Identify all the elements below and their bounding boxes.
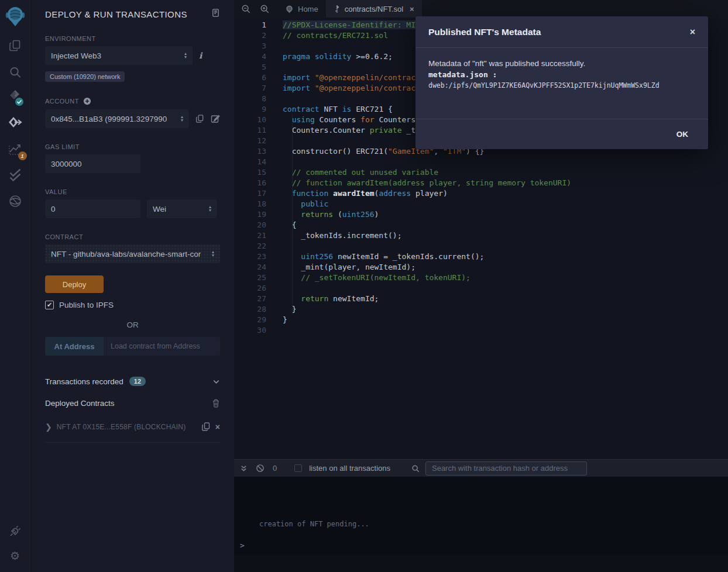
code-line[interactable]: 27 return newItemId; bbox=[234, 294, 728, 304]
panel-divider bbox=[45, 442, 220, 443]
select-caret-icon: ▴▾ bbox=[212, 250, 214, 257]
settings-gear-icon[interactable]: ⚙ bbox=[10, 550, 20, 561]
listen-transactions-checkbox[interactable] bbox=[294, 464, 302, 472]
network-badge: Custom (10920) network bbox=[45, 71, 125, 82]
solidity-compiler-icon[interactable] bbox=[6, 89, 24, 109]
transactions-count-badge: 12 bbox=[129, 377, 146, 386]
code-line[interactable]: 28 } bbox=[234, 304, 728, 315]
code-line[interactable]: 30 bbox=[234, 325, 728, 336]
deploy-run-icon[interactable] bbox=[8, 116, 23, 131]
transactions-recorded-label: Transactions recorded bbox=[45, 377, 123, 386]
solidity-file-icon bbox=[334, 5, 341, 13]
code-line[interactable]: 23 uint256 newItemId = _tokenIds.current… bbox=[234, 251, 728, 262]
remix-ide-window: 1 ⚙ DEPLOY & RUN TRANSACTI bbox=[0, 0, 728, 572]
or-divider: OR bbox=[45, 321, 220, 329]
modal-file-label: metadata.json : bbox=[428, 69, 695, 80]
terminal-pending-count: 0 bbox=[273, 464, 277, 473]
plugin-icon-rail: 1 ⚙ bbox=[0, 0, 30, 572]
terminal-prompt[interactable]: > bbox=[240, 541, 245, 550]
tab-home[interactable]: Home bbox=[277, 0, 326, 18]
modal-message: Metadata of "nft" was published successf… bbox=[428, 58, 695, 69]
deploy-run-panel: DEPLOY & RUN TRANSACTIONS ENVIRONMENT In… bbox=[31, 0, 234, 572]
contract-label: CONTRACT bbox=[45, 233, 220, 240]
debugger-swirl-icon[interactable] bbox=[8, 194, 22, 208]
select-caret-icon: ▴▾ bbox=[181, 115, 183, 122]
publish-checkbox[interactable]: ✔ bbox=[45, 301, 54, 309]
modal-close-icon[interactable]: × bbox=[690, 27, 695, 37]
terminal-output[interactable]: creation of NFT pending... > bbox=[234, 477, 728, 554]
editor-tabbar: Home contracts/NFT.sol × bbox=[234, 0, 728, 18]
select-caret-icon: ▴▾ bbox=[209, 205, 211, 212]
value-unit-select[interactable]: Wei ▴▾ bbox=[147, 199, 217, 218]
terminal-search-icon bbox=[411, 464, 420, 473]
code-line[interactable]: 29} bbox=[234, 315, 728, 325]
code-line[interactable]: 24 _mint(player, newItemId); bbox=[234, 262, 728, 273]
modal-ok-button[interactable]: OK bbox=[677, 130, 688, 139]
indent-guide bbox=[292, 115, 293, 315]
publish-checkbox-label: Publish to IPFS bbox=[59, 301, 114, 309]
environment-info-icon[interactable]: i bbox=[199, 51, 202, 60]
file-explorer-icon[interactable] bbox=[8, 39, 22, 53]
deploy-button[interactable]: Deploy bbox=[45, 275, 104, 293]
add-account-icon[interactable] bbox=[83, 97, 91, 105]
deployed-contract-item[interactable]: ❯ NFT AT 0X15E...E558F (BLOCKCHAIN) × bbox=[45, 422, 220, 432]
at-address-input[interactable] bbox=[104, 337, 220, 356]
code-line[interactable]: 19 returns (uint256) bbox=[234, 209, 728, 220]
code-line[interactable]: 20 { bbox=[234, 220, 728, 230]
code-line[interactable]: 18 public bbox=[234, 199, 728, 209]
search-icon[interactable] bbox=[8, 66, 22, 79]
value-input[interactable] bbox=[45, 199, 140, 218]
environment-label: ENVIRONMENT bbox=[45, 35, 220, 42]
editor-zoom-in-icon[interactable] bbox=[260, 4, 269, 13]
terminal-collapse-icon[interactable] bbox=[240, 464, 248, 473]
modal-ipfs-url: dweb:/ipfs/QmYL9P1Z7KE6AQvKJPFF52SX1p2TE… bbox=[428, 80, 695, 91]
code-line[interactable]: 21 _tokenIds.increment(); bbox=[234, 230, 728, 241]
value-label: VALUE bbox=[45, 188, 220, 195]
clear-deployed-trash-icon[interactable] bbox=[212, 399, 220, 408]
plugin-manager-icon[interactable] bbox=[8, 524, 22, 538]
deployed-contract-label: NFT AT 0X15E...E558F (BLOCKCHAIN) bbox=[57, 423, 197, 431]
publish-to-ipfs-row[interactable]: ✔ Publish to IPFS bbox=[45, 301, 220, 309]
gas-limit-label: GAS LIMIT bbox=[45, 143, 220, 150]
code-line[interactable]: 25 // _setTokenURI(newItemId, tokenURI); bbox=[234, 273, 728, 283]
terminal-toolbar: 0 listen on all transactions bbox=[234, 459, 728, 477]
modal-title: Published NFT's Metadata bbox=[428, 27, 541, 37]
code-line[interactable]: 22 bbox=[234, 241, 728, 251]
terminal-log-line: creation of NFT pending... bbox=[259, 520, 369, 528]
terminal-search-input[interactable] bbox=[425, 461, 587, 475]
copy-account-icon[interactable] bbox=[195, 114, 204, 123]
home-remix-icon bbox=[285, 5, 294, 13]
code-line[interactable]: 15 // commented out unused variable bbox=[234, 167, 728, 178]
panel-title: DEPLOY & RUN TRANSACTIONS bbox=[45, 9, 187, 19]
unit-testing-icon[interactable] bbox=[8, 168, 22, 182]
terminal-clear-icon[interactable] bbox=[256, 464, 265, 473]
gas-limit-input[interactable] bbox=[45, 154, 140, 173]
published-metadata-modal: Published NFT's Metadata × Metadata of "… bbox=[415, 16, 708, 149]
listen-transactions-label: listen on all transactions bbox=[309, 464, 390, 473]
deployed-contracts-label: Deployed Contracts bbox=[45, 399, 115, 408]
remove-contract-icon[interactable]: × bbox=[215, 422, 220, 432]
account-label: ACCOUNT bbox=[45, 98, 79, 105]
editor-zoom-out-icon[interactable] bbox=[241, 4, 250, 13]
at-address-button[interactable]: At Address bbox=[45, 337, 104, 356]
environment-select[interactable]: Injected Web3 ▴▾ bbox=[45, 46, 193, 65]
analytics-icon[interactable]: 1 bbox=[8, 142, 23, 157]
contract-select[interactable]: NFT - github/ava-labs/avalanche-smart-co… bbox=[45, 244, 220, 263]
analytics-alert-badge: 1 bbox=[18, 151, 27, 160]
account-select[interactable]: 0x845...B1aB3 (999991.3297990 ▴▾ bbox=[45, 109, 189, 128]
tab-contracts-nft-sol[interactable]: contracts/NFT.sol × bbox=[326, 0, 422, 18]
remix-logo-icon[interactable] bbox=[5, 5, 26, 27]
select-caret-icon: ▴▾ bbox=[184, 52, 187, 59]
edit-account-icon[interactable] bbox=[211, 114, 220, 123]
code-line[interactable]: 14 bbox=[234, 157, 728, 167]
tab-close-icon[interactable]: × bbox=[410, 5, 414, 13]
transactions-collapse-icon[interactable] bbox=[212, 378, 220, 385]
copy-address-icon[interactable] bbox=[201, 422, 211, 432]
code-line[interactable]: 17 function awardItem(address player) bbox=[234, 188, 728, 199]
code-line[interactable]: 16 // function awardItem(address player,… bbox=[234, 178, 728, 188]
code-line[interactable]: 26 bbox=[234, 283, 728, 294]
documentation-icon[interactable] bbox=[211, 8, 220, 20]
expand-contract-icon[interactable]: ❯ bbox=[45, 422, 52, 432]
